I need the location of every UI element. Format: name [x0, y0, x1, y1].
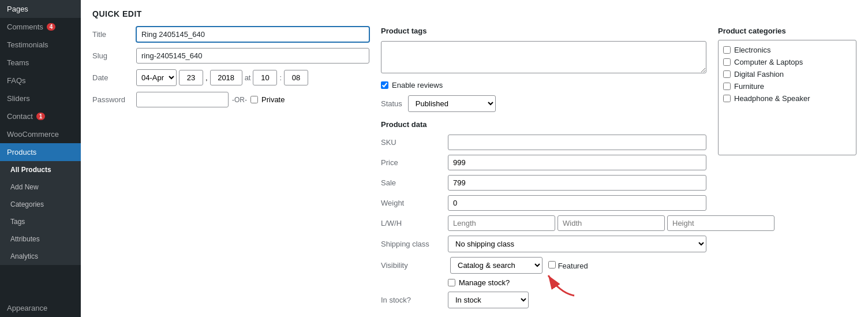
- category-checkbox-computers[interactable]: [723, 58, 731, 66]
- lwh-label: L/W/H: [381, 219, 444, 228]
- product-tags-textarea[interactable]: [381, 41, 706, 73]
- sidebar-item-label: Teams: [7, 58, 29, 67]
- slug-row: Slug: [92, 48, 369, 64]
- comments-badge: 4: [47, 23, 56, 31]
- category-checkbox-electronics[interactable]: [723, 46, 731, 54]
- sidebar-item-analytics[interactable]: Analytics: [0, 248, 81, 265]
- manage-stock-checkbox[interactable]: [448, 279, 455, 286]
- form-right: Product categories Electronics Computer …: [718, 27, 856, 313]
- sidebar: Pages Comments 4 Testimonials Teams FAQs…: [0, 0, 81, 317]
- shipping-class-row: Shipping class No shipping class: [381, 236, 706, 252]
- in-stock-select[interactable]: In stock Out of stock On backorder: [448, 292, 529, 308]
- sidebar-item-testimonials[interactable]: Testimonials: [0, 36, 81, 54]
- submenu-label: Analytics: [10, 252, 38, 260]
- date-min-input[interactable]: [284, 70, 308, 85]
- sidebar-item-add-new[interactable]: Add New: [0, 178, 81, 196]
- date-comma: ,: [205, 73, 208, 82]
- featured-label: Featured: [558, 262, 588, 270]
- category-label-furniture: Furniture: [734, 82, 764, 91]
- sidebar-item-appearance[interactable]: Appearance: [0, 299, 81, 317]
- submenu-label: Add New: [10, 183, 39, 191]
- sidebar-item-faqs[interactable]: FAQs: [0, 72, 81, 89]
- price-row: Price: [381, 155, 706, 170]
- status-select[interactable]: Published Draft Pending Review: [408, 95, 496, 112]
- sidebar-item-comments[interactable]: Comments 4: [0, 18, 81, 36]
- shipping-class-select[interactable]: No shipping class: [448, 236, 706, 252]
- sidebar-item-label: Testimonials: [7, 40, 48, 49]
- weight-label: Weight: [381, 199, 444, 207]
- in-stock-label: In stock?: [381, 296, 444, 304]
- active-indicator: [78, 143, 81, 161]
- weight-input[interactable]: [448, 195, 706, 211]
- sidebar-item-products[interactable]: Products: [0, 143, 81, 161]
- weight-row: Weight: [381, 195, 706, 211]
- sidebar-item-woocommerce[interactable]: WooCommerce: [0, 125, 81, 143]
- sidebar-item-contact[interactable]: Contact 1: [0, 107, 81, 125]
- category-checkbox-digital-fashion[interactable]: [723, 70, 731, 78]
- private-label: Private: [261, 95, 285, 104]
- sidebar-item-all-products[interactable]: All Products: [0, 161, 81, 178]
- date-hour-input[interactable]: [253, 70, 277, 85]
- price-input[interactable]: [448, 155, 706, 170]
- date-month-select[interactable]: 04-Apr: [136, 69, 177, 86]
- length-input[interactable]: [448, 215, 555, 231]
- width-input[interactable]: [558, 215, 665, 231]
- date-label: Date: [92, 73, 133, 82]
- category-checkbox-headphone[interactable]: [723, 95, 731, 102]
- sidebar-item-categories[interactable]: Categories: [0, 196, 81, 213]
- product-data-label: Product data: [381, 120, 706, 129]
- category-label-electronics: Electronics: [734, 46, 771, 54]
- sidebar-item-label: Comments: [7, 23, 43, 31]
- date-year-input[interactable]: [210, 70, 242, 85]
- category-item-electronics: Electronics: [723, 44, 851, 56]
- sidebar-item-label: Sliders: [7, 94, 30, 103]
- sidebar-item-label: WooCommerce: [7, 130, 59, 139]
- slug-input[interactable]: [136, 48, 369, 64]
- categories-list: Electronics Computer & Laptops Digital F…: [718, 40, 856, 155]
- category-checkbox-furniture[interactable]: [723, 83, 731, 90]
- sidebar-item-attributes[interactable]: Attributes: [0, 230, 81, 248]
- sale-row: Sale: [381, 175, 706, 191]
- enable-reviews-checkbox[interactable]: [381, 81, 388, 89]
- category-label-computers: Computer & Laptops: [734, 58, 803, 66]
- shipping-class-label: Shipping class: [381, 240, 444, 248]
- visibility-label: Visibility: [381, 261, 444, 270]
- visibility-row: Visibility Catalog & search Catalog only…: [381, 257, 706, 274]
- status-label: Status: [381, 99, 402, 108]
- price-label: Price: [381, 158, 444, 167]
- form-left: Title Slug Date 04-Apr , at: [92, 27, 369, 313]
- sidebar-item-pages[interactable]: Pages: [0, 0, 81, 18]
- password-row: Password -OR- Private: [92, 92, 369, 107]
- password-inputs: -OR- Private: [136, 92, 285, 107]
- product-categories-label: Product categories: [718, 27, 856, 35]
- featured-checkbox[interactable]: [548, 261, 556, 268]
- enable-reviews-row: Enable reviews: [381, 81, 706, 89]
- products-submenu: All Products Add New Categories Tags Att…: [0, 161, 81, 265]
- private-checkbox[interactable]: [250, 96, 258, 103]
- lwh-row: L/W/H: [381, 215, 706, 231]
- sku-row: SKU: [381, 135, 706, 150]
- sidebar-item-label: Contact: [7, 112, 33, 121]
- sku-label: SKU: [381, 138, 444, 147]
- date-row: Date 04-Apr , at :: [92, 69, 369, 86]
- submenu-label: Categories: [10, 200, 44, 208]
- title-input[interactable]: [136, 27, 369, 42]
- password-input[interactable]: [136, 92, 229, 107]
- sale-label: Sale: [381, 178, 444, 187]
- sku-input[interactable]: [448, 135, 706, 150]
- submenu-label: Tags: [10, 218, 25, 226]
- sidebar-item-teams[interactable]: Teams: [0, 54, 81, 72]
- category-item-furniture: Furniture: [723, 80, 851, 92]
- sale-input[interactable]: [448, 175, 706, 191]
- category-label-digital-fashion: Digital Fashion: [734, 70, 784, 79]
- date-day-input[interactable]: [179, 70, 203, 85]
- product-tags-label: Product tags: [381, 27, 706, 35]
- visibility-select[interactable]: Catalog & search Catalog only Search onl…: [450, 257, 542, 274]
- title-label: Title: [92, 30, 133, 39]
- sidebar-item-label: Pages: [7, 5, 28, 13]
- sidebar-item-sliders[interactable]: Sliders: [0, 89, 81, 107]
- featured-wrap: Featured: [548, 261, 588, 270]
- sidebar-item-tags[interactable]: Tags: [0, 213, 81, 230]
- submenu-label: All Products: [10, 166, 51, 174]
- contact-badge: 1: [36, 113, 46, 120]
